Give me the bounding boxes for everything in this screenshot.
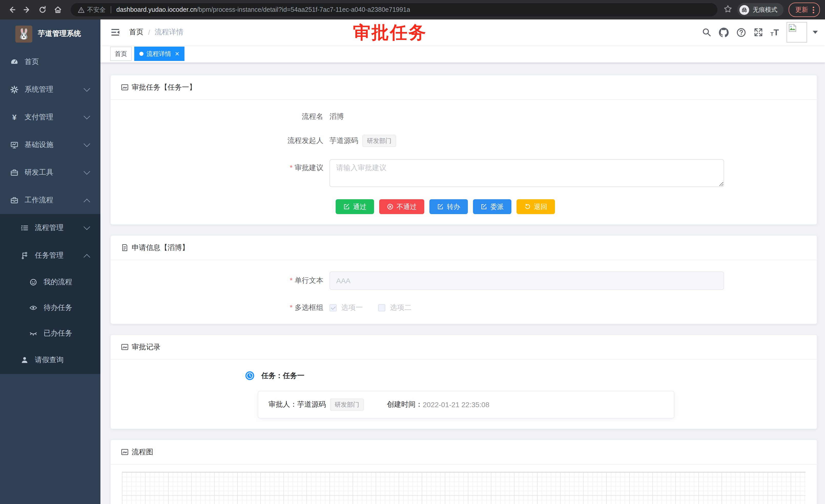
tab-process-detail[interactable]: 流程详情 ✕ — [134, 47, 184, 61]
approve-button[interactable]: 通过 — [335, 199, 374, 214]
close-icon[interactable]: ✕ — [175, 51, 179, 57]
forward-icon[interactable] — [20, 3, 34, 16]
picture-icon — [121, 343, 129, 351]
checkbox-option-2: 选项二 — [378, 303, 411, 313]
sidebar-item-payment[interactable]: ¥ 支付管理 — [0, 103, 100, 131]
sidebar-item-system[interactable]: 系统管理 — [0, 76, 100, 103]
sidebar-item-todo-tasks[interactable]: 待办任务 — [0, 295, 100, 321]
logo-image: 🐰 — [15, 25, 32, 42]
checkbox-group: 选项一 选项二 — [329, 303, 411, 313]
sidebar-item-leave-query[interactable]: 请假查询 — [0, 346, 100, 374]
sidebar-item-infra[interactable]: 基础设施 — [0, 131, 100, 159]
address-bar[interactable]: 不安全 dashboard.yudao.iocoder.cn/bpm/proce… — [71, 3, 718, 16]
breadcrumb-home[interactable]: 首页 — [129, 28, 144, 37]
dashboard-icon — [10, 58, 18, 66]
browser-update-button[interactable]: 更新 — [789, 3, 820, 17]
url-path: /bpm/process-instance/detail?id=54aa251f… — [197, 6, 410, 13]
tags-view: 首页 流程详情 ✕ — [100, 45, 825, 63]
url-divider — [111, 6, 111, 13]
avatar-caret-icon[interactable] — [813, 31, 818, 34]
card-title: 审批任务【任务一】 — [132, 83, 196, 92]
browser-menu-icon[interactable] — [813, 6, 814, 13]
sidebar-item-my-process[interactable]: 我的流程 — [0, 269, 100, 295]
reject-button[interactable]: 不通过 — [379, 199, 424, 214]
breadcrumb: 首页 / 流程详情 — [129, 28, 183, 37]
home-icon[interactable] — [51, 3, 65, 16]
toolbox-icon — [10, 169, 18, 177]
initiator-value: 芋道源码 — [329, 136, 358, 146]
created-value: 2022-01-21 22:35:08 — [423, 401, 490, 409]
sidebar-item-done-tasks[interactable]: 已办任务 — [0, 321, 100, 346]
initiator-label: 流程发起人 — [121, 136, 329, 146]
monitor-icon — [10, 141, 18, 149]
yen-icon: ¥ — [10, 113, 18, 121]
github-icon[interactable] — [719, 27, 729, 37]
checkbox-unchecked-icon — [378, 304, 385, 312]
application-info-card: 申请信息【滔博】 单行文本 多选框组 选项一 — [110, 235, 817, 324]
single-text-input — [329, 271, 724, 290]
face-icon — [29, 278, 38, 286]
suggestion-label: 审批建议 — [121, 159, 329, 173]
dept-tag: 研发部门 — [362, 135, 396, 147]
approver-label: 审批人： — [269, 400, 297, 409]
sidebar-item-devtools[interactable]: 研发工具 — [0, 159, 100, 186]
delegate-button[interactable]: 委派 — [473, 199, 511, 214]
picture-icon — [121, 83, 129, 91]
screen: 不安全 dashboard.yudao.iocoder.cn/bpm/proce… — [0, 0, 825, 504]
sidebar-item-home[interactable]: 首页 — [0, 48, 100, 76]
dept-tag: 研发部门 — [330, 399, 364, 411]
breadcrumb-separator: / — [148, 28, 150, 36]
incognito-badge: 无痕模式 — [737, 3, 783, 16]
approver-value: 芋道源码 — [297, 400, 326, 409]
incognito-icon — [739, 5, 749, 15]
tab-home[interactable]: 首页 — [110, 47, 132, 61]
help-icon[interactable] — [736, 27, 746, 37]
search-icon[interactable] — [702, 28, 711, 37]
warning-icon — [78, 6, 85, 13]
bpmn-canvas[interactable] — [122, 472, 806, 504]
sidebar-item-task-mgmt[interactable]: 任务管理 — [0, 242, 100, 269]
card-title: 申请信息【滔博】 — [132, 243, 189, 252]
security-label: 不安全 — [87, 5, 105, 14]
edit-icon — [481, 203, 487, 210]
app-main: 审批任务【任务一】 流程名 滔博 流程发起人 芋道源码 研发部门 — [100, 63, 825, 504]
approval-record-card: 审批记录 任务：任务一 审批人： 芋道源码 研发部门 创建时间： — [110, 334, 817, 429]
breadcrumb-current: 流程详情 — [155, 28, 183, 37]
sidebar-item-workflow[interactable]: 工作流程 — [0, 186, 100, 214]
created-label: 创建时间： — [387, 400, 423, 409]
clock-icon — [245, 371, 255, 381]
picture-icon — [121, 448, 129, 456]
app-logo[interactable]: 🐰 芋道管理系统 — [0, 19, 100, 48]
workflow-submenu: 流程管理 任务管理 我的流程 待办任务 — [0, 214, 100, 374]
gear-icon — [10, 86, 18, 94]
flow-diagram-card: 流程图 — [110, 439, 817, 504]
transfer-button[interactable]: 转办 — [430, 199, 468, 214]
sidebar-toggle-icon[interactable] — [107, 28, 123, 36]
user-icon — [20, 356, 29, 364]
font-size-icon[interactable]: TT — [770, 28, 779, 36]
suggestion-textarea[interactable] — [329, 159, 724, 187]
bookmark-star-icon[interactable] — [724, 4, 732, 15]
avatar[interactable] — [786, 22, 807, 43]
process-list-icon — [20, 224, 29, 232]
url-host: dashboard.yudao.iocoder.cn — [116, 6, 197, 13]
sidebar: 🐰 芋道管理系统 首页 系统管理 ¥ 支付管理 基础设施 — [0, 19, 100, 504]
return-button[interactable]: 退回 — [517, 199, 555, 214]
security-warning[interactable]: 不安全 — [78, 5, 105, 14]
checkbox-checked-icon — [329, 304, 336, 312]
record-panel: 审批人： 芋道源码 研发部门 创建时间： 2022-01-21 22:35:08 — [258, 391, 674, 418]
circle-close-icon — [387, 203, 393, 210]
briefcase-icon — [10, 196, 18, 204]
checkbox-group-label: 多选框组 — [121, 303, 329, 313]
edit-icon — [343, 203, 350, 210]
back-icon[interactable] — [5, 3, 18, 16]
eye-open-icon — [29, 304, 38, 312]
reload-icon[interactable] — [36, 3, 49, 16]
fullscreen-icon[interactable] — [754, 28, 763, 37]
sidebar-item-process-mgmt[interactable]: 流程管理 — [0, 214, 100, 242]
incognito-label: 无痕模式 — [753, 5, 777, 14]
task-tree-icon — [20, 251, 29, 260]
card-title: 审批记录 — [132, 342, 160, 352]
single-text-label: 单行文本 — [121, 276, 329, 285]
top-navbar: 首页 / 流程详情 TT — [100, 19, 825, 45]
